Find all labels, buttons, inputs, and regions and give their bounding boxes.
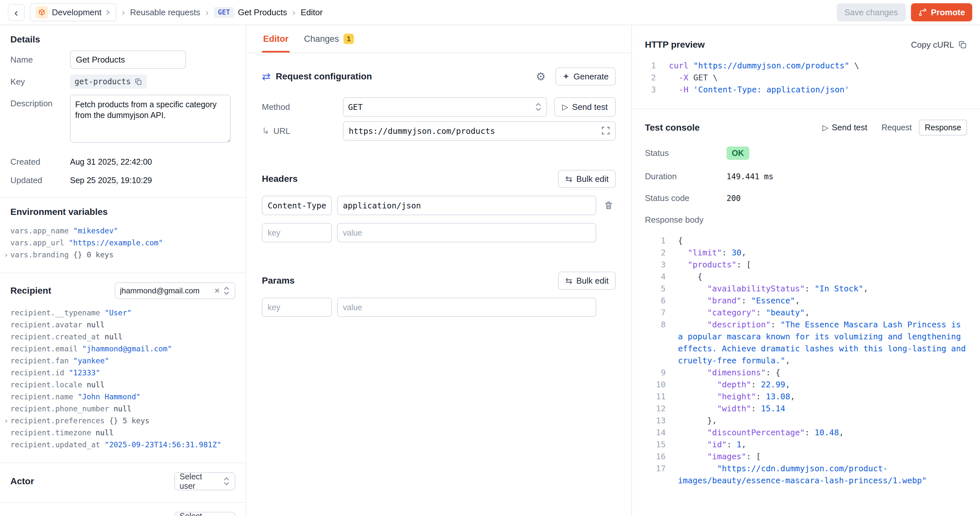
code-line: 7 "category": "beauty", (645, 307, 968, 319)
chevron-up-down-icon (535, 102, 542, 112)
code-line: 3 "products": [ (645, 259, 968, 271)
trash-icon (604, 201, 614, 210)
kv-row: vars.app_url "https://example.com" (10, 237, 235, 249)
line-number: 14 (645, 427, 666, 438)
test-console-results: Status OK Duration 149.441 ms Status cod… (632, 145, 980, 235)
breadcrumb-separator: › (205, 7, 209, 18)
send-test-label: Send test (572, 102, 608, 112)
code-line: 12 "width": 15.14 (645, 403, 968, 414)
kv-row: recipient.timezone null (10, 427, 235, 439)
tab-changes[interactable]: Changes 1 (304, 25, 354, 53)
promote-button[interactable]: Promote (911, 3, 972, 21)
code-line: 8 "description": "The Essence Mascara La… (645, 319, 968, 366)
headers-title: Headers (262, 174, 298, 184)
headers-bulk-edit-button[interactable]: ⇆ Bulk edit (558, 170, 616, 188)
save-changes-button[interactable]: Save changes (837, 3, 906, 21)
copy-curl-label: Copy cURL (911, 40, 954, 50)
console-send-test-button[interactable]: ▷ Send test (822, 123, 867, 132)
test-console-header: Test console ▷ Send test Request Respons… (632, 109, 980, 145)
header-value-input[interactable] (337, 223, 596, 242)
expand-icon[interactable] (601, 126, 611, 135)
params-bulk-edit-button[interactable]: ⇆ Bulk edit (558, 272, 616, 290)
tenant-select[interactable]: Select tenant (174, 512, 235, 516)
updated-row: Updated Sep 25 2025, 19:10:29 (10, 175, 235, 185)
settings-gear-icon[interactable]: ⚙ (536, 70, 546, 83)
send-test-button[interactable]: ▷ Send test (554, 97, 616, 117)
kv-key: vars.branding (10, 250, 73, 259)
environment-box-icon (36, 6, 48, 19)
kv-key: recipient.name (10, 392, 78, 401)
kv-row: recipient.avatar null (10, 319, 235, 331)
kv-value: "jhammond@gmail.com" (82, 344, 172, 353)
actor-title: Actor (10, 476, 34, 486)
kv-row: recipient.updated_at "2025-09-23T14:56:3… (10, 439, 235, 451)
line-number: 12 (645, 403, 666, 414)
code-line: 5 "availabilityStatus": "In Stock", (645, 283, 968, 295)
generate-button[interactable]: ✦ Generate (555, 67, 616, 86)
clear-recipient-icon[interactable]: × (215, 286, 220, 295)
param-value-input[interactable] (337, 298, 596, 317)
line-number: 1 (645, 60, 656, 72)
headers-section: Headers ⇆ Bulk edit (262, 170, 616, 242)
url-input[interactable] (343, 121, 616, 141)
line-number: 7 (645, 307, 666, 319)
back-chevron-icon: ‹ (14, 6, 18, 19)
kv-value: null (105, 333, 123, 341)
code-line: 6 "brand": "Essence", (645, 295, 968, 307)
breadcrumb-request[interactable]: GET Get Products (214, 7, 287, 18)
kv-row: recipient.fan "yankee" (10, 355, 235, 367)
environment-switcher[interactable]: Development (30, 3, 116, 21)
kv-value: "2025-09-23T14:56:31.981Z" (105, 441, 221, 449)
details-sidebar: Details Name Key get-products Descriptio… (0, 25, 246, 516)
expand-chevron-icon[interactable]: › (4, 415, 8, 427)
kv-value: "mikesdev" (73, 226, 118, 235)
kv-row[interactable]: ›vars.branding {} 0 keys (10, 249, 235, 261)
method-select[interactable]: GET (343, 97, 547, 117)
line-number: 3 (645, 84, 656, 96)
url-label: ↳ URL (262, 126, 343, 137)
breadcrumb-reusable-requests[interactable]: Reusable requests (130, 8, 200, 18)
created-label: Created (10, 157, 70, 167)
header-row (262, 196, 616, 215)
back-button[interactable]: ‹ (8, 4, 25, 21)
expand-chevron-icon[interactable]: › (4, 249, 8, 261)
topbar: ‹ Development › Reusable requests › GET … (0, 0, 980, 25)
request-response-toggle: Request Response (876, 119, 967, 135)
code-line: 9 "dimensions": { (645, 366, 968, 379)
changes-count-badge: 1 (344, 34, 354, 44)
recipient-select[interactable]: jhammond@gmail.com × (115, 282, 235, 299)
code-line: 14 "discountPercentage": 10.48, (645, 427, 968, 438)
header-value-input[interactable] (337, 196, 596, 215)
bulk-edit-icon: ⇆ (565, 276, 572, 286)
header-row-empty (262, 223, 616, 242)
description-label: Description (10, 95, 70, 108)
kv-key: recipient.phone_number (10, 405, 114, 413)
copy-curl-button[interactable]: Copy cURL (911, 40, 967, 50)
kv-key: vars.app_name (10, 226, 73, 235)
header-key-input[interactable] (262, 196, 332, 215)
name-input[interactable] (70, 51, 186, 69)
code-line: 13 }, (645, 414, 968, 427)
request-tab[interactable]: Request (876, 120, 917, 135)
param-key-input[interactable] (262, 298, 332, 317)
copy-key-button[interactable] (135, 78, 142, 86)
breadcrumb-separator: › (292, 7, 296, 18)
line-number: 5 (645, 283, 666, 295)
status-label: Status (645, 148, 727, 158)
url-row: ↳ URL (262, 121, 616, 141)
kv-value: null (114, 405, 132, 413)
kv-value: null (86, 320, 104, 329)
created-row: Created Aug 31 2025, 22:42:00 (10, 157, 235, 167)
actor-select[interactable]: Select user (174, 472, 235, 491)
params-title: Params (262, 276, 294, 286)
header-key-input[interactable] (262, 223, 332, 242)
line-number: 2 (645, 72, 656, 84)
response-tab[interactable]: Response (919, 119, 967, 135)
delete-header-button[interactable] (601, 201, 616, 210)
kv-row[interactable]: ›recipient.preferences {} 5 keys (10, 415, 235, 427)
description-input[interactable]: Fetch products from a specific category … (70, 95, 231, 143)
environment-label: Development (52, 8, 102, 18)
tab-editor[interactable]: Editor (263, 25, 288, 53)
kv-value: "yankee" (73, 357, 109, 365)
breadcrumb-editor: Editor (301, 8, 323, 18)
